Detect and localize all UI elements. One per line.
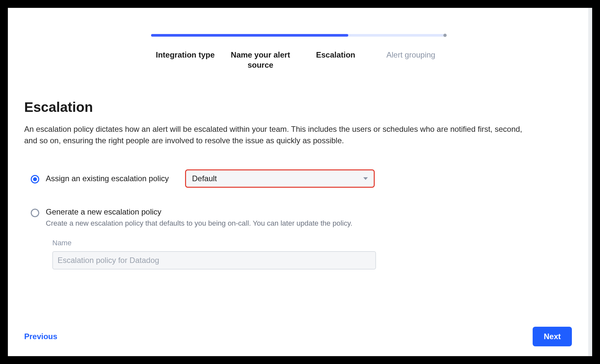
stepper: Integration type Name your alert source … bbox=[151, 34, 445, 70]
label-generate-new: Generate a new escalation policy bbox=[46, 207, 352, 217]
stepper-step-name-source[interactable]: Name your alert source bbox=[226, 50, 295, 70]
radio-generate-new[interactable] bbox=[31, 209, 39, 217]
option-generate-new: Generate a new escalation policy Create … bbox=[31, 207, 572, 228]
stepper-track bbox=[151, 34, 445, 37]
stepper-step-integration-type[interactable]: Integration type bbox=[151, 50, 220, 70]
sub-generate-new: Create a new escalation policy that defa… bbox=[46, 219, 352, 228]
next-button[interactable]: Next bbox=[533, 327, 572, 346]
label-assign-existing: Assign an existing escalation policy bbox=[46, 174, 169, 183]
escalation-options: Assign an existing escalation policy Def… bbox=[31, 169, 572, 269]
escalation-policy-select[interactable]: Default bbox=[185, 169, 375, 188]
stepper-progress bbox=[151, 34, 348, 37]
name-field-input[interactable] bbox=[52, 251, 376, 269]
wizard-panel: Integration type Name your alert source … bbox=[8, 8, 592, 356]
stepper-end-dot bbox=[443, 34, 447, 37]
name-field-label: Name bbox=[52, 239, 572, 247]
radio-assign-existing[interactable] bbox=[31, 175, 39, 183]
stepper-step-alert-grouping[interactable]: Alert grouping bbox=[377, 50, 445, 70]
previous-link[interactable]: Previous bbox=[24, 332, 57, 341]
page-title: Escalation bbox=[24, 99, 572, 115]
page-description: An escalation policy dictates how an ale… bbox=[24, 124, 528, 147]
escalation-policy-select-value: Default bbox=[192, 174, 217, 183]
wizard-footer: Previous Next bbox=[24, 317, 572, 346]
new-policy-name-block: Name bbox=[52, 239, 572, 269]
stepper-step-escalation[interactable]: Escalation bbox=[301, 50, 370, 70]
chevron-down-icon bbox=[363, 177, 368, 180]
option-assign-existing: Assign an existing escalation policy Def… bbox=[31, 169, 572, 188]
